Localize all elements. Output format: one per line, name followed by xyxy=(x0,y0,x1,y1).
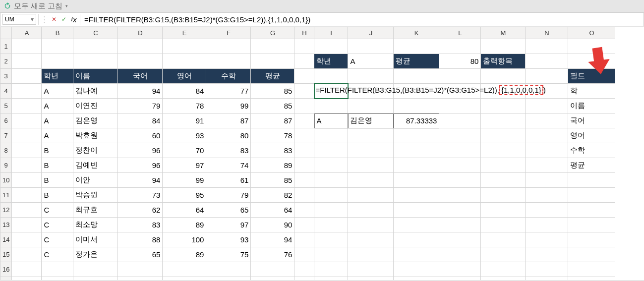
cell[interactable]: 75 xyxy=(206,247,251,262)
column-header[interactable]: D xyxy=(118,27,163,39)
cell[interactable] xyxy=(294,173,314,188)
cell[interactable]: 영어 xyxy=(163,69,206,84)
cell[interactable] xyxy=(206,277,251,281)
cell[interactable] xyxy=(568,173,615,188)
cell[interactable] xyxy=(439,203,481,218)
cell[interactable]: 62 xyxy=(118,203,163,218)
cell[interactable]: 최소망 xyxy=(73,218,118,232)
cell[interactable] xyxy=(481,69,526,84)
cell[interactable]: 100 xyxy=(163,232,206,247)
cell[interactable] xyxy=(439,69,481,84)
cell[interactable]: 82 xyxy=(251,188,294,203)
cell[interactable]: 84 xyxy=(118,113,163,128)
cell[interactable] xyxy=(12,69,42,84)
cell[interactable] xyxy=(348,158,394,173)
cell[interactable] xyxy=(294,54,314,69)
cell[interactable] xyxy=(568,188,615,203)
cell[interactable]: 99 xyxy=(163,173,206,188)
cell[interactable] xyxy=(526,218,568,232)
cell[interactable] xyxy=(314,188,348,203)
cell[interactable] xyxy=(439,158,481,173)
cell[interactable]: 90 xyxy=(251,218,294,232)
cell[interactable] xyxy=(439,143,481,158)
cell[interactable] xyxy=(526,232,568,247)
cell[interactable] xyxy=(12,54,42,69)
cell[interactable] xyxy=(294,188,314,203)
cell[interactable] xyxy=(481,173,526,188)
cell[interactable] xyxy=(526,277,568,281)
cell[interactable] xyxy=(73,262,118,277)
cell[interactable]: 김예빈 xyxy=(73,158,118,173)
cell[interactable]: 91 xyxy=(163,113,206,128)
cell[interactable] xyxy=(12,173,42,188)
cell[interactable] xyxy=(251,39,294,54)
cell[interactable] xyxy=(526,143,568,158)
cell[interactable]: 77 xyxy=(206,84,251,99)
fx-icon[interactable]: fx xyxy=(70,15,78,23)
cell[interactable]: 89 xyxy=(163,247,206,262)
cell[interactable]: A xyxy=(348,54,394,69)
row-header[interactable]: 17 xyxy=(0,277,12,281)
cell[interactable] xyxy=(394,39,439,54)
cell[interactable] xyxy=(394,128,439,143)
cell[interactable] xyxy=(526,99,568,113)
cell[interactable] xyxy=(526,128,568,143)
column-header[interactable]: C xyxy=(73,27,118,39)
cell[interactable] xyxy=(294,158,314,173)
cell[interactable] xyxy=(526,69,568,84)
column-header[interactable]: J xyxy=(348,27,394,39)
cell[interactable] xyxy=(42,39,73,54)
cell[interactable] xyxy=(348,277,394,281)
cell[interactable] xyxy=(12,277,42,281)
cell[interactable]: 85 xyxy=(251,84,294,99)
cell[interactable] xyxy=(526,247,568,262)
cell[interactable] xyxy=(314,158,348,173)
row-header[interactable]: 11 xyxy=(0,188,12,203)
cell[interactable]: 평균 xyxy=(394,54,439,69)
cell[interactable] xyxy=(314,99,348,113)
cell[interactable] xyxy=(348,39,394,54)
cell[interactable] xyxy=(314,128,348,143)
cell[interactable]: 학년 xyxy=(314,54,348,69)
cell[interactable] xyxy=(314,247,348,262)
cell[interactable] xyxy=(314,232,348,247)
cell[interactable] xyxy=(526,188,568,203)
cell[interactable] xyxy=(439,232,481,247)
cell[interactable]: 김나예 xyxy=(73,84,118,99)
cell[interactable] xyxy=(526,54,568,69)
cell[interactable]: A xyxy=(42,84,73,99)
cell[interactable]: 수학 xyxy=(206,69,251,84)
cell[interactable] xyxy=(118,262,163,277)
cell[interactable]: 수학 xyxy=(568,143,615,158)
cell[interactable] xyxy=(12,203,42,218)
row-header[interactable]: 5 xyxy=(0,99,12,113)
row-header[interactable]: 13 xyxy=(0,218,12,232)
cell[interactable]: C xyxy=(42,232,73,247)
cell[interactable]: 96 xyxy=(118,143,163,158)
cell[interactable]: 65 xyxy=(118,247,163,262)
cell[interactable]: 김은영 xyxy=(73,113,118,128)
cell[interactable]: 80 xyxy=(439,54,481,69)
column-header[interactable]: M xyxy=(481,27,526,39)
cell[interactable] xyxy=(526,39,568,54)
cell[interactable] xyxy=(394,232,439,247)
cell[interactable]: 최규호 xyxy=(73,203,118,218)
chevron-down-icon[interactable]: ▾ xyxy=(31,16,34,23)
column-header[interactable]: A xyxy=(12,27,42,39)
cell[interactable] xyxy=(394,158,439,173)
cell[interactable] xyxy=(481,247,526,262)
cell[interactable]: 87.33333 xyxy=(394,113,439,128)
cell[interactable] xyxy=(394,247,439,262)
row-header[interactable]: 12 xyxy=(0,203,12,218)
cell[interactable]: 94 xyxy=(118,173,163,188)
cell[interactable] xyxy=(314,262,348,277)
cell[interactable]: B xyxy=(42,173,73,188)
cell[interactable]: C xyxy=(42,218,73,232)
cell[interactable] xyxy=(251,54,294,69)
cell[interactable] xyxy=(348,143,394,158)
cell[interactable] xyxy=(294,69,314,84)
cell[interactable]: 79 xyxy=(118,99,163,113)
cell[interactable] xyxy=(12,39,42,54)
cell[interactable]: 정찬이 xyxy=(73,143,118,158)
cell[interactable]: 김은영 xyxy=(348,113,394,128)
